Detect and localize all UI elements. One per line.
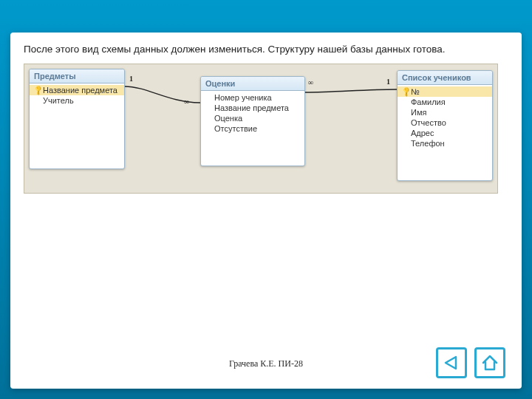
table-row: 🔑 Название предмета: [30, 85, 124, 95]
table-row: Учитель: [30, 95, 124, 106]
table-row: Оценка: [201, 113, 304, 123]
field-label: Учитель: [43, 96, 121, 105]
table-body: Номер ученика Название предмета Оценка О…: [201, 91, 304, 172]
field-label: №: [411, 87, 489, 96]
field-label: Телефон: [411, 139, 489, 148]
home-button[interactable]: [474, 347, 505, 378]
key-icon: 🔑: [33, 86, 43, 94]
table-row: 🔑 №: [398, 86, 492, 97]
relation-ocenki-spisok: [305, 85, 397, 94]
table-header: Оценки: [201, 77, 304, 91]
cardinality-label: ∞: [184, 98, 188, 106]
field-label: Отчество: [411, 118, 489, 127]
table-row: Телефон: [398, 138, 492, 149]
table-row: Название предмета: [201, 103, 304, 113]
table-header: Предметы: [30, 69, 124, 83]
table-row: Отсутствие: [201, 123, 304, 134]
table-ocenki: Оценки Номер ученика Название предмета О…: [200, 76, 305, 166]
content-card: После этого вид схемы данных должен изме…: [10, 33, 522, 389]
cardinality-label: ∞: [308, 78, 312, 86]
field-label: Имя: [411, 108, 489, 117]
caption-text: После этого вид схемы данных должен изме…: [24, 43, 508, 56]
table-predmety: Предметы 🔑 Название предмета Учитель: [29, 69, 125, 169]
field-label: Адрес: [411, 129, 489, 137]
field-label: Номер ученика: [214, 93, 301, 102]
table-row: Адрес: [398, 128, 492, 138]
table-row: Номер ученика: [201, 92, 304, 103]
table-row: Имя: [398, 107, 492, 117]
field-label: Отсутствие: [214, 124, 301, 133]
field-label: Фамилия: [411, 98, 489, 106]
cardinality-label: 1: [129, 75, 133, 83]
slide: После этого вид схемы данных должен изме…: [0, 0, 532, 399]
table-header: Список учеников: [398, 71, 492, 85]
field-label: Оценка: [214, 114, 301, 123]
prev-button[interactable]: [436, 347, 467, 378]
table-row: Фамилия: [398, 97, 492, 107]
table-body: 🔑 № Фамилия Имя Отчество Адрес Телефон: [398, 85, 492, 166]
table-row: Отчество: [398, 117, 492, 128]
field-label: Название предмета: [214, 103, 301, 112]
table-body: 🔑 Название предмета Учитель: [30, 83, 124, 165]
table-spisok: Список учеников 🔑 № Фамилия Имя Отчество…: [397, 70, 493, 181]
nav-buttons: [436, 347, 505, 378]
key-icon: 🔑: [400, 88, 411, 95]
back-icon: [443, 354, 460, 372]
cardinality-label: 1: [386, 78, 390, 86]
relation-predmety-ocenki: [125, 82, 200, 112]
home-icon: [480, 353, 499, 372]
field-label: Название предмета: [43, 86, 121, 95]
schema-area: Предметы 🔑 Название предмета Учитель Оце…: [24, 64, 498, 194]
